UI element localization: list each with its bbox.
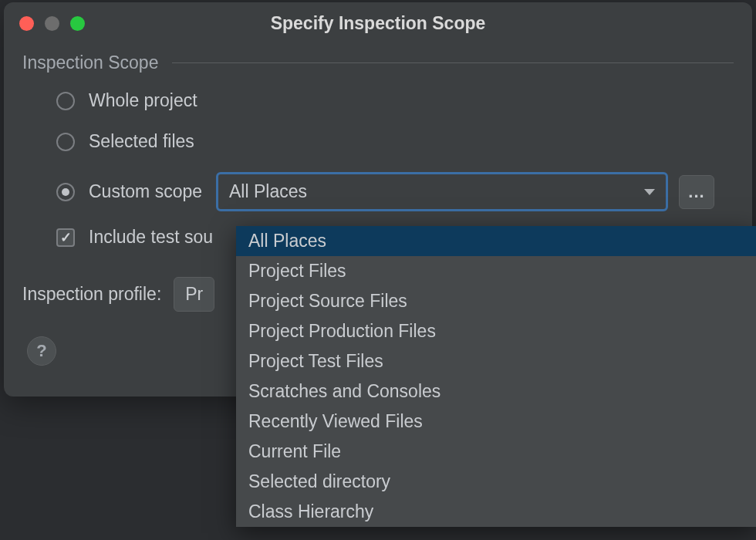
- browse-scope-button[interactable]: ...: [679, 175, 714, 209]
- custom-scope-dropdown: All PlacesProject FilesProject Source Fi…: [236, 226, 756, 527]
- dropdown-item[interactable]: Recently Viewed Files: [236, 407, 756, 437]
- checkbox-icon[interactable]: [56, 228, 75, 247]
- custom-scope-controls: All Places ...: [216, 172, 734, 211]
- radio-custom-scope-row: Custom scope All Places ...: [56, 172, 734, 211]
- radio-icon[interactable]: [56, 133, 75, 151]
- radio-custom-scope[interactable]: Custom scope: [56, 181, 202, 202]
- divider: [172, 62, 734, 63]
- radio-label: Whole project: [89, 90, 197, 111]
- radio-label: Custom scope: [89, 181, 202, 202]
- ellipsis-icon: ...: [688, 182, 704, 202]
- radio-label: Selected files: [89, 131, 194, 152]
- titlebar: Specify Inspection Scope: [4, 2, 752, 42]
- dropdown-item[interactable]: Project Source Files: [236, 286, 756, 316]
- dialog-title: Specify Inspection Scope: [18, 13, 738, 34]
- dropdown-item[interactable]: Scratches and Consoles: [236, 376, 756, 407]
- radio-icon[interactable]: [56, 183, 75, 201]
- zoom-icon[interactable]: [70, 16, 85, 31]
- dropdown-item[interactable]: All Places: [236, 226, 756, 256]
- profile-value: Pr: [185, 284, 203, 304]
- window-controls: [19, 16, 85, 31]
- checkbox-label: Include test sou: [89, 227, 213, 248]
- dropdown-item[interactable]: Project Production Files: [236, 316, 756, 346]
- dropdown-item[interactable]: Project Files: [236, 256, 756, 286]
- help-button[interactable]: ?: [27, 336, 56, 366]
- section-title: Inspection Scope: [22, 52, 158, 73]
- custom-scope-combobox[interactable]: All Places: [216, 172, 668, 211]
- profile-label: Inspection profile:: [22, 284, 161, 305]
- minimize-icon[interactable]: [45, 16, 59, 31]
- dropdown-item[interactable]: Project Test Files: [236, 346, 756, 376]
- close-icon[interactable]: [19, 16, 34, 31]
- dropdown-item[interactable]: Selected directory: [236, 467, 756, 497]
- radio-whole-project-row[interactable]: Whole project: [56, 90, 734, 111]
- inspection-profile-select[interactable]: Pr: [174, 277, 214, 312]
- dropdown-item[interactable]: Class Hierarchy: [236, 497, 756, 527]
- chevron-down-icon: [644, 189, 655, 195]
- radio-icon[interactable]: [56, 92, 75, 110]
- section-header: Inspection Scope: [22, 52, 734, 73]
- radio-selected-files-row[interactable]: Selected files: [56, 131, 734, 152]
- help-icon: ?: [36, 341, 46, 361]
- dropdown-item[interactable]: Current File: [236, 437, 756, 467]
- combo-value: All Places: [229, 181, 307, 202]
